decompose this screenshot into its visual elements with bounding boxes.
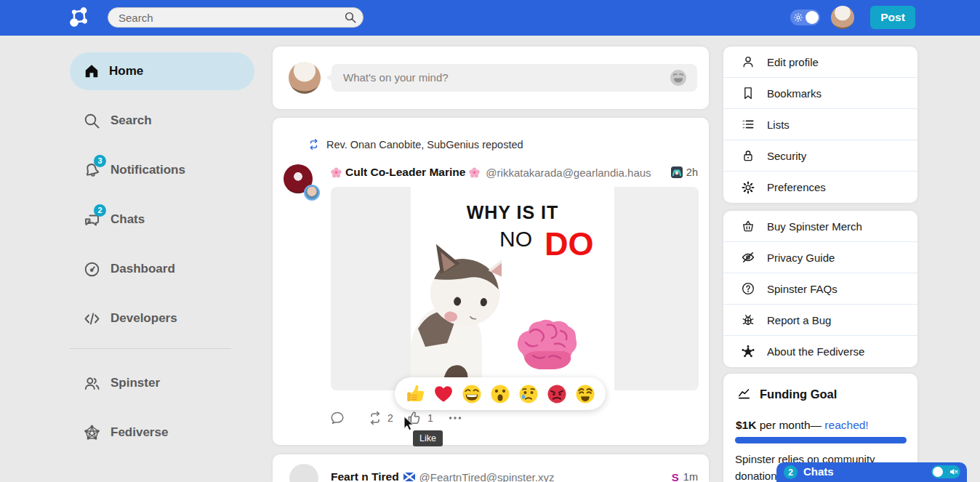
composer-placeholder: What's on your mind? <box>343 71 449 84</box>
like-tooltip: Like <box>413 430 443 446</box>
funding-period: per month <box>756 419 810 431</box>
next-post-avatar[interactable] <box>289 464 318 482</box>
menu-item-privacy-guide[interactable]: Privacy Guide <box>723 242 917 273</box>
bug-icon <box>741 313 755 327</box>
post-author-name[interactable]: Cult Co-Leader Marine <box>345 166 465 179</box>
menu-item-edit-profile[interactable]: Edit profile <box>723 47 917 78</box>
chats-unread-badge: 2 <box>784 465 798 479</box>
sidebar-item-home[interactable]: Home <box>70 52 254 90</box>
repost-count: 2 <box>387 412 393 424</box>
trend-chart-icon <box>737 387 751 401</box>
post-button[interactable]: Post <box>870 6 915 29</box>
sidebar-item-label: Fediverse <box>111 425 168 440</box>
sidebar-item-developers[interactable]: Developers <box>83 308 177 329</box>
next-post-author-handle[interactable]: @FeartnTired@spinster.xyz <box>419 471 555 482</box>
post-author-handle[interactable]: @rikkatakarada@gearlandia.haus <box>486 166 651 179</box>
question-circle-icon <box>741 281 755 296</box>
sidebar-item-spinster[interactable]: Spinster <box>83 373 160 393</box>
composer-input[interactable]: What's on your mind? <box>332 64 697 92</box>
search-box <box>108 7 364 28</box>
sidebar-item-label: Notifications <box>111 163 185 177</box>
funding-goal-title: Funding Goal <box>760 387 837 401</box>
people-icon <box>83 374 101 393</box>
current-user-avatar[interactable] <box>831 6 854 29</box>
menu-item-label: Bookmarks <box>767 87 822 100</box>
emoji-picker-icon[interactable] <box>669 68 688 87</box>
sidebar-item-label: Chats <box>111 212 145 227</box>
chats-panel-label: Chats <box>803 465 834 478</box>
post-timestamp[interactable]: 2h <box>686 166 698 178</box>
more-options-icon[interactable] <box>447 410 463 426</box>
funding-reached-link[interactable]: reached! <box>824 419 868 431</box>
menu-item-label: Spinster FAQs <box>767 283 838 295</box>
menu-item-label: Report a Bug <box>767 314 831 326</box>
menu-item-about-fediverse[interactable]: About the Fediverse <box>723 336 917 367</box>
menu-item-label: About the Fediverse <box>767 345 864 358</box>
menu-item-buy-merch[interactable]: Buy Spinster Merch <box>723 211 917 242</box>
sidebar-item-label: Developers <box>111 311 177 326</box>
post-action-bar: 2 1 <box>273 410 709 430</box>
sidebar-item-search[interactable]: Search <box>83 111 152 131</box>
post-media-image[interactable]: WHY IS IT NO DO <box>331 187 699 390</box>
reaction-weary-icon[interactable] <box>574 383 596 405</box>
sidebar-item-label: Home <box>109 64 143 79</box>
chats-sound-toggle[interactable] <box>931 465 960 478</box>
reposter-avatar[interactable] <box>304 185 320 201</box>
miku-custom-emoji-icon <box>671 166 683 178</box>
menu-item-security[interactable]: Security <box>723 140 917 172</box>
reaction-thumbs-up-icon[interactable] <box>404 383 426 405</box>
toggle-knob <box>806 11 819 24</box>
code-icon <box>83 310 101 328</box>
basket-icon <box>741 219 755 233</box>
reaction-heart-icon[interactable] <box>433 383 454 405</box>
sidebar-item-label: Dashboard <box>111 262 175 276</box>
chats-badge: 2 <box>94 204 106 217</box>
sun-icon <box>794 13 803 22</box>
menu-item-bookmarks[interactable]: Bookmarks <box>723 78 917 109</box>
sidebar-item-chats[interactable]: 2 Chats <box>83 209 145 230</box>
menu-item-lists[interactable]: Lists <box>723 109 917 140</box>
meme-text-line1: WHY IS IT <box>411 202 614 223</box>
chats-panel-header[interactable]: 2 Chats <box>776 462 967 482</box>
meme-text-line2: NO <box>499 227 532 252</box>
repost-button-icon[interactable] <box>367 410 383 426</box>
next-post-author-name[interactable]: Feart n Tired <box>331 470 399 482</box>
search-icon[interactable] <box>344 11 357 24</box>
fediverse-pentagram-icon <box>83 424 101 442</box>
toggle-knob <box>933 467 943 477</box>
person-icon <box>741 55 755 69</box>
menu-item-label: Edit profile <box>767 56 819 68</box>
menu-item-label: Security <box>767 150 806 162</box>
list-icon <box>741 117 755 132</box>
info-menu-card: Buy Spinster Merch Privacy Guide Spinste… <box>723 211 917 367</box>
bell-icon: 3 <box>83 161 101 180</box>
lock-icon <box>741 148 755 163</box>
meme-text-line3: DO <box>545 225 594 263</box>
gear-icon <box>741 180 755 195</box>
menu-item-faqs[interactable]: Spinster FAQs <box>723 273 917 305</box>
composer-avatar[interactable] <box>289 62 321 94</box>
menu-item-report-bug[interactable]: Report a Bug <box>723 305 917 336</box>
post-header: Cult Co-Leader Marine @rikkatakarada@gea… <box>331 166 698 179</box>
account-menu-card: Edit profile Bookmarks Lists Security <box>723 47 917 203</box>
sidebar-item-notifications[interactable]: 3 Notifications <box>83 160 185 180</box>
next-post-card: Feart n Tired @FeartnTired@spinster.xyz … <box>273 454 709 482</box>
reply-button-icon[interactable] <box>329 410 345 426</box>
next-post-timestamp[interactable]: 1m <box>683 471 698 482</box>
reaction-surprised-icon[interactable] <box>489 383 511 405</box>
funding-goal-status: $1K per month— reached! <box>736 419 869 432</box>
cat-illustration <box>411 227 502 390</box>
search-input[interactable] <box>108 7 364 28</box>
sidebar-item-fediverse[interactable]: Fediverse <box>83 422 168 443</box>
reaction-angry-icon[interactable] <box>546 383 568 405</box>
brain-emoji-illustration <box>513 316 579 374</box>
sidebar-item-label: Search <box>111 113 152 128</box>
light-dark-mode-toggle[interactable] <box>790 9 820 25</box>
sidebar-item-dashboard[interactable]: Dashboard <box>83 259 175 279</box>
reposted-by-text: Rev. Onan Canobite, SubGenius reposted <box>326 139 523 150</box>
reaction-crying-icon[interactable] <box>518 383 539 405</box>
spinster-logo-icon[interactable] <box>69 7 91 29</box>
repost-attribution[interactable]: Rev. Onan Canobite, SubGenius reposted <box>308 138 523 150</box>
menu-item-preferences[interactable]: Preferences <box>723 172 917 203</box>
reaction-laughing-icon[interactable] <box>461 383 483 405</box>
